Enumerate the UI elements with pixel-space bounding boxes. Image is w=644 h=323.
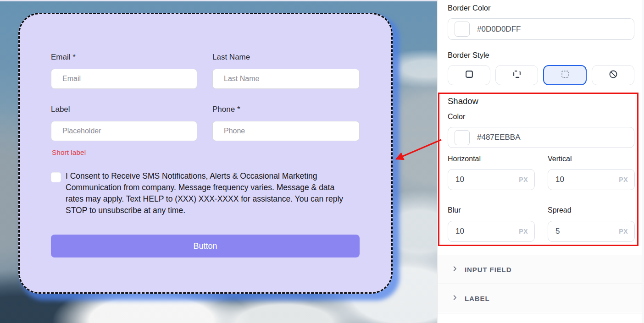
divider — [438, 313, 644, 313]
label-input[interactable] — [51, 121, 197, 141]
short-label-error-text: Short label — [52, 148, 86, 157]
shadow-vertical-input[interactable] — [548, 175, 619, 184]
form-submit-button[interactable]: Button — [51, 235, 360, 257]
label-field-label: Label — [51, 105, 70, 114]
dotted-border-icon — [560, 69, 570, 81]
border-color-swatch[interactable] — [455, 22, 470, 37]
shadow-spread-label: Spread — [548, 206, 572, 214]
section-input-field-label: INPUT FIELD — [465, 266, 511, 274]
border-color-value-input[interactable] — [477, 25, 634, 34]
last-name-input[interactable] — [213, 69, 359, 88]
section-label[interactable]: LABEL — [438, 284, 644, 312]
sms-consent-text: I Consent to Receive SMS Notifications, … — [66, 170, 368, 216]
email-field-label: Email * — [51, 53, 76, 62]
shadow-color-value-input[interactable] — [477, 133, 634, 142]
last-name-input-wrap — [212, 69, 360, 89]
style-settings-panel: Border Color Border Style — [437, 0, 644, 323]
blur-unit-suffix: PX — [519, 228, 534, 235]
label-input-wrap — [51, 121, 197, 141]
shadow-blur-field: PX — [448, 221, 535, 242]
shadow-spread-field: PX — [548, 221, 635, 242]
border-style-none-button[interactable] — [592, 65, 634, 85]
dashed-border-icon — [512, 69, 522, 81]
shadow-spread-input[interactable] — [548, 227, 619, 236]
border-color-label: Border Color — [448, 4, 491, 12]
shadow-horizontal-field: PX — [448, 169, 535, 190]
horizontal-unit-suffix: PX — [519, 176, 534, 183]
shadow-blur-label: Blur — [448, 206, 461, 214]
chevron-right-icon — [451, 265, 458, 274]
section-input-field[interactable]: INPUT FIELD — [438, 255, 644, 284]
solid-border-icon — [464, 69, 474, 81]
shadow-horizontal-input[interactable] — [448, 175, 519, 184]
app-window: Email * Last Name Label Phone * Short la… — [0, 0, 644, 323]
border-style-dashed-button[interactable] — [495, 65, 538, 85]
shadow-vertical-field: PX — [548, 169, 635, 190]
border-color-field[interactable] — [448, 18, 634, 40]
sms-consent-checkbox[interactable] — [51, 172, 61, 182]
email-input[interactable] — [51, 69, 197, 88]
vertical-unit-suffix: PX — [619, 176, 634, 183]
chevron-right-icon — [451, 294, 458, 303]
no-border-icon — [608, 69, 618, 81]
form-preview-card[interactable]: Email * Last Name Label Phone * Short la… — [18, 13, 393, 294]
panel-scrollbar[interactable] — [642, 0, 644, 323]
shadow-color-swatch[interactable] — [455, 130, 470, 145]
border-style-label: Border Style — [448, 51, 489, 60]
shadow-horizontal-label: Horizontal — [448, 155, 481, 163]
phone-field-label: Phone * — [212, 105, 240, 114]
phone-input-wrap — [212, 121, 360, 141]
border-style-options — [448, 65, 634, 85]
border-style-solid-button[interactable] — [448, 65, 490, 85]
shadow-vertical-label: Vertical — [548, 155, 572, 163]
phone-input[interactable] — [213, 121, 359, 141]
shadow-color-field[interactable] — [448, 127, 634, 148]
shadow-blur-input[interactable] — [448, 227, 519, 236]
email-input-wrap — [51, 69, 197, 89]
section-label-label: LABEL — [465, 295, 490, 302]
spread-unit-suffix: PX — [619, 228, 634, 235]
shadow-color-label: Color — [448, 113, 465, 121]
border-style-dotted-button[interactable] — [543, 65, 587, 85]
last-name-field-label: Last Name — [212, 53, 250, 62]
shadow-section-title: Shadow — [448, 96, 478, 106]
